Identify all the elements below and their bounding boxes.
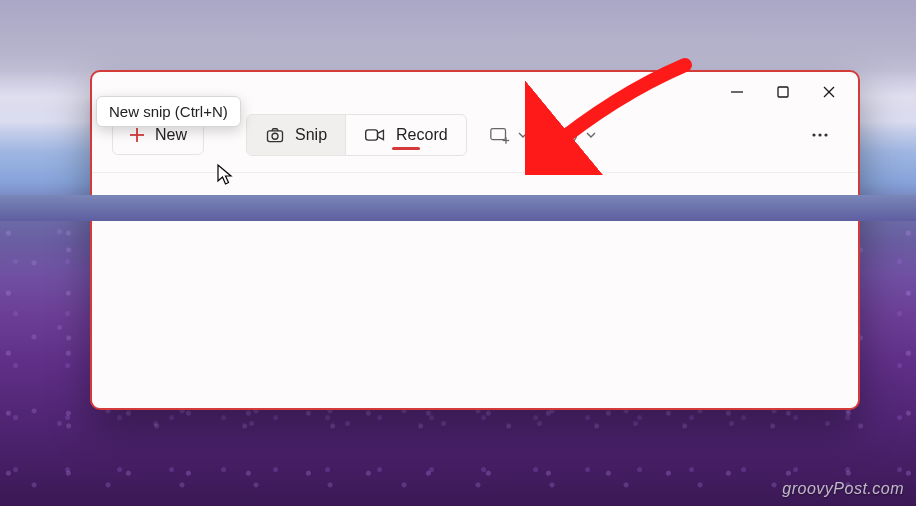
plus-icon	[129, 127, 145, 143]
more-icon	[810, 125, 830, 145]
minimize-button[interactable]	[714, 76, 760, 108]
watermark: groovyPost.com	[782, 480, 904, 498]
chevron-down-icon	[517, 129, 529, 141]
camera-icon	[265, 125, 285, 145]
record-underline-icon	[392, 147, 420, 150]
svg-point-17	[824, 133, 827, 136]
maximize-button[interactable]	[760, 76, 806, 108]
new-button-label: New	[155, 126, 187, 144]
clock-icon	[559, 125, 579, 145]
svg-point-16	[818, 133, 821, 136]
snip-mode-dropdown[interactable]	[481, 115, 537, 155]
svg-point-15	[812, 133, 815, 136]
svg-rect-9	[490, 129, 505, 140]
window-controls	[714, 76, 852, 108]
mode-segmented: Snip Record	[246, 114, 467, 156]
delay-dropdown[interactable]	[551, 115, 605, 155]
content-area	[92, 172, 858, 408]
new-snip-tooltip: New snip (Ctrl+N)	[96, 96, 241, 127]
svg-rect-1	[778, 87, 788, 97]
snip-tab[interactable]: Snip	[247, 115, 345, 155]
record-tab[interactable]: Record	[345, 115, 466, 155]
close-button[interactable]	[806, 76, 852, 108]
rectangle-snip-icon	[489, 125, 511, 145]
minimize-icon	[730, 85, 744, 99]
more-button[interactable]	[802, 115, 838, 155]
record-tab-label: Record	[396, 126, 448, 144]
svg-line-14	[569, 135, 573, 137]
snip-tab-label: Snip	[295, 126, 327, 144]
svg-point-7	[272, 133, 278, 139]
desktop-wallpaper: New Snip Record	[0, 0, 916, 506]
watermark-text: groovyPost.com	[782, 480, 904, 497]
chevron-down-icon	[585, 129, 597, 141]
tooltip-text: New snip (Ctrl+N)	[109, 103, 228, 120]
video-icon	[364, 125, 386, 145]
close-icon	[822, 85, 836, 99]
svg-rect-8	[366, 130, 378, 140]
svg-rect-6	[268, 131, 283, 142]
maximize-icon	[776, 85, 790, 99]
